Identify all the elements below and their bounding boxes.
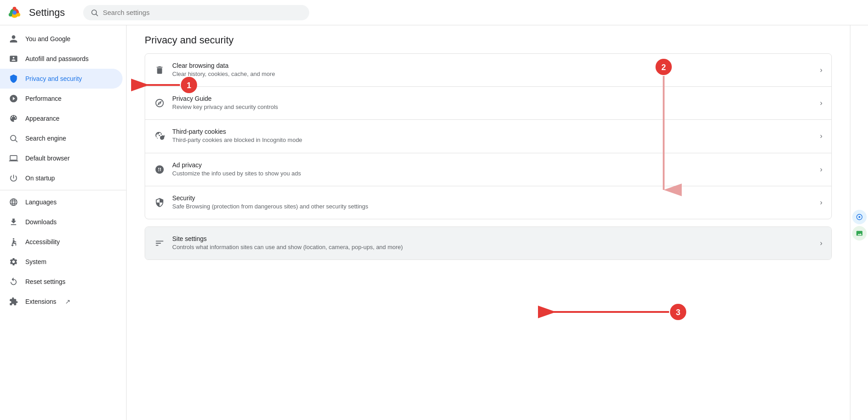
chevron-right-icon-4: › [820,165,822,174]
sidebar-item-default-browser[interactable]: Default browser [0,148,123,168]
sidebar-item-privacy-and-security[interactable]: Privacy and security [0,69,123,89]
third-party-cookies-desc: Third-party cookies are blocked in Incog… [172,136,813,144]
cards-container: Clear browsing data Clear history, cooki… [127,53,850,285]
security-item[interactable]: Security Safe Browsing (protection from … [145,186,831,219]
shield-icon [9,74,18,83]
search-engine-icon [9,134,18,143]
side-panel-icon-2[interactable] [852,226,867,241]
third-party-cookies-content: Third-party cookies Third-party cookies … [172,128,813,144]
sidebar-label-extensions: Extensions [25,298,56,305]
sidebar-label-you-and-google: You and Google [25,35,71,42]
section-title: Privacy and security [127,25,850,53]
page-title: Settings [29,7,65,19]
site-settings-content: Site settings Controls what information … [172,235,813,251]
third-party-cookies-title: Third-party cookies [172,128,813,135]
svg-point-12 [859,216,860,218]
puzzle-icon [9,297,18,306]
sidebar-label-on-startup: On startup [25,175,55,182]
main-layout: You and Google Autofill and passwords Pr… [0,25,868,420]
sidebar-label-privacy: Privacy and security [25,75,82,82]
external-link-icon: ↗ [65,298,71,305]
palette-icon [9,114,18,123]
svg-line-8 [15,140,18,142]
svg-point-5 [92,10,97,15]
sidebar-label-appearance: Appearance [25,115,60,122]
svg-point-1 [13,10,17,14]
side-panel-icon-1[interactable] [852,210,867,224]
sidebar-item-accessibility[interactable]: Accessibility [0,232,123,252]
clear-browsing-data-content: Clear browsing data Clear history, cooki… [172,62,813,78]
privacy-guide-item[interactable]: Privacy Guide Review key privacy and sec… [145,87,831,120]
clear-browsing-data-title: Clear browsing data [172,62,813,69]
svg-point-2 [13,7,16,10]
sidebar-label-downloads: Downloads [25,218,57,226]
trash-icon [154,65,165,76]
person-icon [9,34,18,43]
privacy-card: Clear browsing data Clear history, cooki… [145,53,832,219]
chevron-right-icon: › [820,66,822,74]
sidebar-item-downloads[interactable]: Downloads [0,212,123,232]
ad-privacy-title: Ad privacy [172,161,813,169]
site-settings-desc: Controls what information sites can use … [172,243,813,251]
content-area: Privacy and security Clear browsing data… [127,25,850,420]
search-bar[interactable] [83,5,309,20]
accessibility-icon [9,237,18,246]
ad-privacy-desc: Customize the info used by sites to show… [172,170,813,178]
search-input[interactable] [103,9,302,16]
chevron-right-icon-2: › [820,99,822,107]
download-icon [9,217,18,227]
sidebar-label-system: System [25,258,47,265]
side-panel [850,25,868,420]
security-content: Security Safe Browsing (protection from … [172,194,813,211]
cookie-icon [154,131,165,142]
sidebar-label-languages: Languages [25,198,57,206]
svg-point-4 [17,13,20,16]
sidebar-item-extensions[interactable]: Extensions ↗ [0,292,123,311]
svg-point-7 [10,135,16,141]
sidebar-item-autofill[interactable]: Autofill and passwords [0,49,123,69]
language-icon [9,198,18,207]
desktop-icon [9,154,18,163]
site-settings-item[interactable]: Site settings Controls what information … [145,227,831,260]
chrome-logo-icon [7,5,22,20]
ad-privacy-icon: Ad [154,164,165,175]
privacy-guide-desc: Review key privacy and security controls [172,103,813,111]
power-icon [9,174,18,183]
speed-icon [9,94,18,103]
compass-icon [154,98,165,109]
svg-point-9 [13,238,14,240]
security-title: Security [172,194,813,202]
privacy-guide-title: Privacy Guide [172,95,813,102]
chevron-right-icon-6: › [820,239,822,247]
sidebar-label-reset-settings: Reset settings [25,278,66,285]
sidebar-item-performance[interactable]: Performance [0,89,123,109]
sidebar-label-accessibility: Accessibility [25,238,60,245]
sidebar-label-performance: Performance [25,95,61,102]
reset-icon [9,277,18,286]
third-party-cookies-item[interactable]: Third-party cookies Third-party cookies … [145,120,831,153]
search-icon [90,9,99,17]
svg-text:Ad: Ad [157,168,161,172]
sliders-icon [154,238,165,249]
ad-privacy-item[interactable]: Ad Ad privacy Customize the info used by… [145,153,831,186]
clear-browsing-data-desc: Clear history, cookies, cache, and more [172,70,813,78]
sidebar-item-reset-settings[interactable]: Reset settings [0,272,123,292]
privacy-guide-content: Privacy Guide Review key privacy and sec… [172,95,813,111]
sidebar-item-you-and-google[interactable]: You and Google [0,29,123,49]
header: Settings [0,0,868,25]
svg-line-6 [96,14,98,16]
sidebar: You and Google Autofill and passwords Pr… [0,25,127,420]
badge-icon [9,54,18,63]
site-settings-title: Site settings [172,235,813,242]
sidebar-item-languages[interactable]: Languages [0,192,123,212]
sidebar-label-autofill: Autofill and passwords [25,55,89,62]
clear-browsing-data-item[interactable]: Clear browsing data Clear history, cooki… [145,54,831,87]
sidebar-item-search-engine[interactable]: Search engine [0,128,123,148]
sidebar-label-search-engine: Search engine [25,135,66,142]
sidebar-item-appearance[interactable]: Appearance [0,109,123,128]
security-desc: Safe Browsing (protection from dangerous… [172,203,813,211]
sidebar-item-system[interactable]: System [0,252,123,272]
chevron-right-icon-5: › [820,198,822,207]
site-settings-card: Site settings Controls what information … [145,227,832,260]
sidebar-item-on-startup[interactable]: On startup [0,168,123,188]
